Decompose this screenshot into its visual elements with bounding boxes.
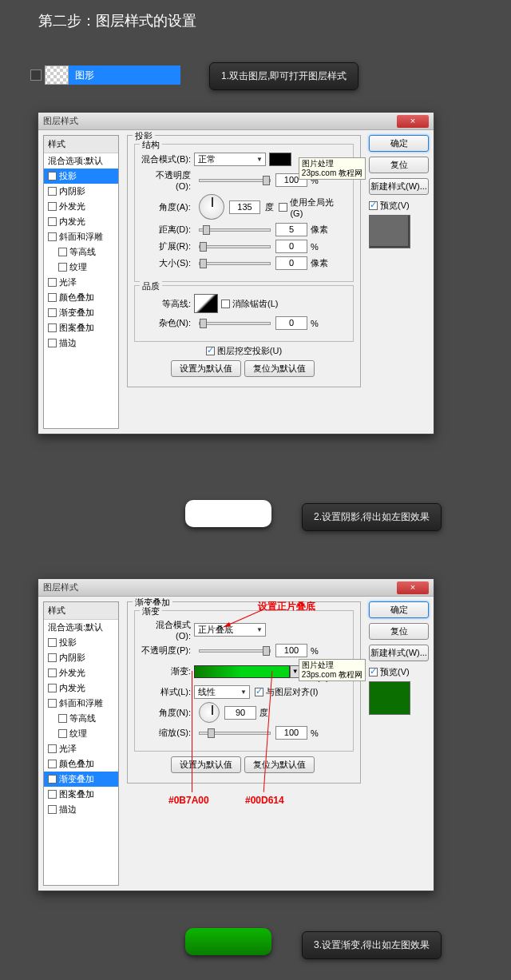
style-checkbox[interactable] — [48, 760, 57, 768]
sidebar-item-2[interactable]: 外发光 — [44, 665, 118, 680]
antialias-checkbox[interactable] — [221, 300, 230, 308]
style-checkbox[interactable] — [48, 323, 57, 332]
style-checkbox[interactable] — [48, 308, 57, 317]
sidebar-item-7[interactable]: 光泽 — [44, 741, 118, 756]
style-checkbox[interactable] — [48, 805, 57, 814]
style-checkbox[interactable] — [48, 653, 57, 662]
color-swatch[interactable] — [269, 153, 291, 166]
sidebar-item-10[interactable]: 图案叠加 — [44, 320, 118, 335]
sidebar-item-4[interactable]: 斜面和浮雕 — [44, 229, 118, 244]
style-checkbox[interactable] — [58, 263, 67, 272]
blend-mode-dropdown[interactable]: 正常 — [194, 153, 266, 166]
style-checkbox[interactable] — [48, 278, 57, 287]
sidebar-header[interactable]: 样式 — [44, 136, 118, 153]
opacity-value[interactable]: 100 — [275, 644, 307, 657]
preview-checkbox[interactable] — [369, 201, 378, 210]
cancel-button[interactable]: 复位 — [369, 157, 429, 173]
style-checkbox[interactable] — [48, 669, 57, 677]
style-checkbox[interactable] — [48, 790, 57, 799]
reset-default-button[interactable]: 复位为默认值 — [244, 360, 315, 377]
set-default-button[interactable]: 设置为默认值 — [171, 360, 241, 377]
sidebar-item-3[interactable]: 内发光 — [44, 680, 118, 696]
style-checkbox[interactable] — [48, 339, 57, 347]
sidebar-item-11[interactable]: 描边 — [44, 802, 118, 817]
sidebar-item-1[interactable]: 内阴影 — [44, 184, 118, 199]
close-icon[interactable]: × — [397, 115, 429, 128]
align-checkbox[interactable] — [255, 688, 263, 696]
style-checkbox[interactable] — [48, 217, 57, 226]
style-checkbox[interactable] — [48, 638, 57, 647]
style-checkbox[interactable] — [48, 232, 57, 241]
watermark-tooltip: 图片处理23ps.com 教程网 — [299, 659, 366, 681]
style-checkbox[interactable] — [48, 699, 57, 708]
contour-picker[interactable] — [194, 294, 218, 313]
scale-value[interactable]: 100 — [275, 726, 307, 740]
degree-label: 度 — [259, 707, 268, 719]
angle-dial[interactable] — [199, 702, 220, 723]
sidebar-item-3[interactable]: 内发光 — [44, 214, 118, 229]
sidebar-item-label: 渐变叠加 — [59, 773, 94, 785]
style-checkbox[interactable] — [48, 172, 57, 181]
sidebar-item-2[interactable]: 外发光 — [44, 199, 118, 214]
style-checkbox[interactable] — [48, 775, 57, 784]
sidebar-item-0[interactable]: 投影 — [44, 635, 118, 650]
sidebar-blending-default[interactable]: 混合选项:默认 — [44, 153, 118, 169]
style-checkbox[interactable] — [58, 729, 67, 738]
gradient-swatch[interactable] — [194, 665, 290, 678]
global-light-checkbox[interactable] — [279, 203, 287, 212]
style-checkbox[interactable] — [58, 248, 67, 256]
opacity-slider[interactable] — [199, 649, 271, 653]
style-checkbox[interactable] — [48, 202, 57, 211]
sidebar-item-10[interactable]: 图案叠加 — [44, 787, 118, 802]
style-checkbox[interactable] — [58, 714, 67, 723]
close-icon[interactable]: × — [397, 581, 429, 594]
sidebar-item-8[interactable]: 颜色叠加 — [44, 290, 118, 305]
layer-name[interactable]: 图形 — [69, 65, 180, 85]
sidebar-item-4[interactable]: 斜面和浮雕 — [44, 696, 118, 711]
angle-value[interactable]: 135 — [229, 200, 261, 214]
sidebar-item-5[interactable]: 等高线 — [44, 711, 118, 726]
noise-value[interactable]: 0 — [275, 316, 307, 330]
angle-value[interactable]: 90 — [224, 706, 256, 720]
titlebar[interactable]: 图层样式 × — [38, 579, 434, 597]
noise-slider[interactable] — [199, 322, 271, 325]
visibility-icon[interactable] — [30, 69, 42, 81]
size-slider[interactable] — [199, 262, 271, 265]
ok-button[interactable]: 确定 — [369, 601, 429, 618]
style-checkbox[interactable] — [48, 684, 57, 692]
angle-dial[interactable] — [199, 194, 224, 220]
sidebar-item-1[interactable]: 内阴影 — [44, 650, 118, 665]
style-checkbox[interactable] — [48, 293, 57, 302]
size-value[interactable]: 0 — [275, 256, 307, 270]
sidebar-blending-default[interactable]: 混合选项:默认 — [44, 620, 118, 635]
scale-slider[interactable] — [199, 732, 271, 735]
sidebar-item-5[interactable]: 等高线 — [44, 244, 118, 260]
sidebar-header[interactable]: 样式 — [44, 602, 118, 620]
new-style-button[interactable]: 新建样式(W)... — [369, 645, 429, 661]
titlebar[interactable]: 图层样式 × — [38, 113, 434, 130]
sidebar-item-7[interactable]: 光泽 — [44, 275, 118, 290]
style-dropdown[interactable]: 线性 — [194, 685, 250, 699]
reset-default-button[interactable]: 复位为默认值 — [244, 756, 315, 773]
sidebar-item-11[interactable]: 描边 — [44, 335, 118, 351]
style-checkbox[interactable] — [48, 744, 57, 753]
sidebar-item-6[interactable]: 纹理 — [44, 726, 118, 741]
style-checkbox[interactable] — [48, 187, 57, 196]
cancel-button[interactable]: 复位 — [369, 623, 429, 640]
sidebar-item-8[interactable]: 颜色叠加 — [44, 756, 118, 772]
distance-value[interactable]: 5 — [275, 223, 307, 236]
new-style-button[interactable]: 新建样式(W)... — [369, 178, 429, 195]
ok-button[interactable]: 确定 — [369, 135, 429, 152]
sidebar-item-9[interactable]: 渐变叠加 — [44, 305, 118, 320]
preview-checkbox[interactable] — [369, 668, 378, 676]
sidebar-item-9[interactable]: 渐变叠加 — [44, 772, 118, 787]
distance-slider[interactable] — [199, 228, 271, 232]
spread-value[interactable]: 0 — [275, 240, 307, 253]
opacity-slider[interactable] — [199, 179, 271, 182]
spread-slider[interactable] — [199, 245, 271, 248]
knockout-checkbox[interactable] — [206, 347, 215, 355]
set-default-button[interactable]: 设置为默认值 — [171, 756, 241, 773]
sidebar-item-0[interactable]: 投影 — [44, 169, 118, 184]
sidebar-item-6[interactable]: 纹理 — [44, 260, 118, 275]
layer-thumbnail[interactable] — [45, 65, 69, 85]
